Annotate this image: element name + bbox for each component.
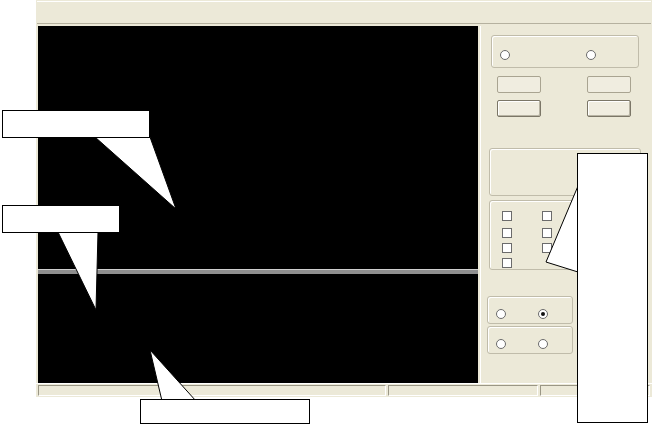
interference-precision-group	[487, 326, 573, 354]
recognition-precision-group	[487, 296, 573, 324]
callout-rr-trend	[140, 399, 310, 424]
accept-button[interactable]	[497, 76, 541, 93]
radio-icon	[538, 309, 548, 319]
checkbox-icon	[502, 258, 512, 268]
checkbox-icon	[542, 211, 552, 221]
callout-sync-12-lead	[2, 110, 150, 138]
status-spacer	[388, 385, 538, 396]
status-bar	[36, 383, 652, 397]
radio-icon	[496, 309, 506, 319]
radio-interference-high[interactable]	[496, 339, 510, 349]
checkbox-lead-II[interactable]	[542, 211, 556, 221]
radio-option-close[interactable]	[586, 50, 600, 60]
status-ready	[38, 385, 386, 396]
radio-icon	[586, 50, 596, 60]
start-button[interactable]	[497, 100, 541, 117]
checkbox-lead-I[interactable]	[502, 211, 516, 221]
checkbox-lead-aVL[interactable]	[542, 228, 556, 238]
toolbar	[37, 1, 651, 24]
checkbox-icon	[502, 211, 512, 221]
callout-analysis-note	[577, 153, 648, 423]
radio-icon	[500, 50, 510, 60]
checkbox-lead-V1[interactable]	[502, 243, 516, 253]
trend-charts	[38, 274, 478, 383]
checkbox-icon	[502, 228, 512, 238]
checkbox-icon	[542, 243, 552, 253]
stop-button[interactable]	[587, 100, 631, 117]
manual-intervention-group	[491, 35, 639, 68]
checkbox-icon	[542, 228, 552, 238]
trend-display	[38, 274, 478, 383]
callout-hr-trend	[2, 205, 120, 233]
radio-recognition-high[interactable]	[496, 309, 510, 319]
checkbox-icon	[502, 243, 512, 253]
checkbox-lead-V2[interactable]	[542, 243, 556, 253]
radio-interference-mid[interactable]	[538, 339, 552, 349]
radio-icon	[496, 339, 506, 349]
radio-recognition-mid[interactable]	[538, 309, 552, 319]
radio-icon	[538, 339, 548, 349]
radio-option-open[interactable]	[500, 50, 514, 60]
checkbox-lead-aVR[interactable]	[502, 228, 516, 238]
app-window	[36, 0, 652, 397]
checkbox-lead-V4[interactable]	[502, 258, 516, 268]
reject-button[interactable]	[587, 76, 631, 93]
